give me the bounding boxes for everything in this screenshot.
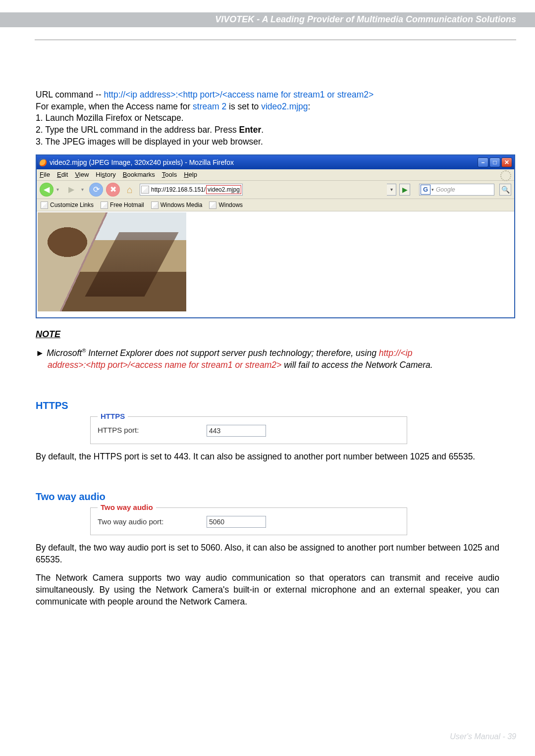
header-bar: VIVOTEK - A Leading Provider of Multimed… — [0, 12, 535, 27]
activity-throbber-icon — [500, 170, 511, 181]
forward-dropdown[interactable]: ▾ — [81, 186, 86, 193]
two-way-audio-legend: Two way audio — [98, 503, 156, 512]
reload-button[interactable]: ⟳ — [89, 183, 103, 197]
menu-bookmarks[interactable]: Bookmarks — [123, 170, 155, 179]
window-titlebar: video2.mjpg (JPEG Image, 320x240 pixels)… — [37, 155, 514, 169]
url-ex-prefix: For example, when the Access name for — [36, 101, 193, 111]
go-button[interactable]: ▶ — [399, 184, 410, 196]
note-text-2: will fail to access the Network Camera. — [281, 360, 432, 370]
bookmark-windows-media[interactable]: Windows Media — [151, 201, 203, 209]
https-legend: HTTPS — [98, 411, 128, 421]
url-ex-mid: is set to — [226, 101, 261, 111]
bookmark-label: Windows Media — [160, 201, 203, 209]
page-icon — [141, 186, 149, 194]
menu-file[interactable]: File — [40, 170, 50, 179]
https-heading: HTTPS — [36, 399, 499, 412]
back-dropdown[interactable]: ▾ — [56, 186, 61, 193]
url-ex-value: video2.mjpg — [261, 101, 308, 111]
menu-bar: File Edit View History Bookmarks Tools H… — [37, 169, 514, 181]
browser-viewport — [37, 211, 514, 317]
bookmark-icon — [209, 202, 216, 209]
camera-stream-image — [38, 212, 186, 311]
page-header-title: VIVOTEK - A Leading Provider of Multimed… — [215, 14, 516, 25]
bookmark-free-hotmail[interactable]: Free Hotmail — [101, 201, 144, 209]
menu-history[interactable]: History — [96, 170, 115, 179]
two-way-audio-description-1: By default, the two way audio port is se… — [36, 542, 499, 565]
firefox-window: video2.mjpg (JPEG Image, 320x240 pixels)… — [36, 154, 515, 318]
note-url-rest: address>:<http port>/<access name for st… — [48, 360, 281, 370]
window-title: video2.mjpg (JPEG Image, 320x240 pixels)… — [50, 158, 234, 167]
bookmark-label: Customize Links — [50, 201, 94, 209]
nav-toolbar: ◀ ▾ ▶ ▾ ⟳ ✖ ⌂ http://192.168.5.151/video… — [37, 181, 514, 199]
firefox-icon — [39, 158, 47, 166]
bookmark-windows[interactable]: Windows — [209, 201, 243, 209]
search-placeholder: Google — [436, 186, 455, 194]
url-cmd-pattern: http://<ip address>:<http port>/<access … — [104, 90, 374, 100]
bookmark-icon — [151, 202, 159, 209]
maximize-button[interactable]: □ — [489, 157, 500, 167]
https-port-input[interactable] — [207, 425, 266, 437]
menu-tools[interactable]: Tools — [162, 170, 177, 179]
bookmark-label: Free Hotmail — [110, 201, 144, 209]
back-button[interactable]: ◀ — [40, 183, 54, 197]
minimize-button[interactable]: – — [478, 157, 488, 167]
search-box[interactable]: G ▾ Google — [419, 184, 494, 196]
url-example-line: For example, when the Access name for st… — [36, 101, 499, 113]
period: . — [261, 125, 264, 135]
menu-help[interactable]: Help — [184, 170, 197, 179]
enter-key: Enter — [239, 125, 262, 135]
bookmark-icon — [101, 202, 108, 209]
menu-view[interactable]: View — [75, 170, 89, 179]
two-way-audio-description-2: The Network Camera supports two way audi… — [36, 572, 499, 607]
home-button[interactable]: ⌂ — [123, 183, 137, 197]
note-text-1a: ► Microsoft — [36, 348, 82, 358]
address-history-dropdown[interactable]: ▾ — [387, 184, 396, 196]
url-step-1: 1. Launch Mozilla Firefox or Netscape. — [36, 112, 499, 124]
url-step-2: 2. Type the URL command in the address b… — [36, 124, 499, 136]
https-fieldset: HTTPS HTTPS port: — [90, 416, 407, 444]
url-ex-suffix: : — [308, 101, 311, 111]
stop-button[interactable]: ✖ — [106, 183, 120, 197]
bookmark-customize-links[interactable]: Customize Links — [41, 201, 94, 209]
search-go-button[interactable]: 🔍 — [499, 184, 511, 196]
two-way-audio-port-input[interactable] — [207, 516, 266, 528]
header-rule — [35, 40, 516, 40]
two-way-audio-port-label: Two way audio port: — [98, 517, 207, 527]
address-bar[interactable]: http://192.168.5.151/video2.mjpg — [140, 184, 243, 196]
url-step-3: 3. The JPEG images will be displayed in … — [36, 136, 499, 148]
page-footer: User's Manual - 39 — [450, 732, 516, 741]
bookmark-label: Windows — [218, 201, 243, 209]
note-body: ► Microsoft® Internet Explorer does not … — [36, 347, 499, 371]
search-engine-dropdown-icon[interactable]: ▾ — [431, 187, 434, 193]
url-command-line: URL command -- http://<ip address>:<http… — [36, 89, 499, 101]
address-highlight: video2.mjpg — [206, 185, 241, 194]
note-url-start: http://<ip — [379, 348, 413, 358]
address-base: http://192.168.5.151/ — [151, 186, 206, 194]
bookmarks-toolbar: Customize Links Free Hotmail Windows Med… — [37, 199, 514, 211]
https-description: By default, the HTTPS port is set to 443… — [36, 451, 499, 463]
url-ex-stream: stream 2 — [193, 101, 226, 111]
two-way-audio-fieldset: Two way audio Two way audio port: — [90, 507, 407, 535]
url-cmd-prefix: URL command -- — [36, 90, 104, 100]
two-way-audio-heading: Two way audio — [36, 490, 499, 504]
note-text-1b: Internet Explorer does not support serve… — [86, 348, 378, 358]
bookmark-icon — [41, 202, 48, 209]
url-step-2-text: 2. Type the URL command in the address b… — [36, 125, 239, 135]
close-button[interactable]: ✕ — [501, 157, 512, 167]
forward-button[interactable]: ▶ — [64, 183, 78, 197]
https-port-label: HTTPS port: — [98, 425, 207, 435]
google-g-icon: G — [421, 185, 430, 195]
note-heading: NOTE — [36, 328, 499, 340]
menu-edit[interactable]: Edit — [57, 170, 68, 179]
